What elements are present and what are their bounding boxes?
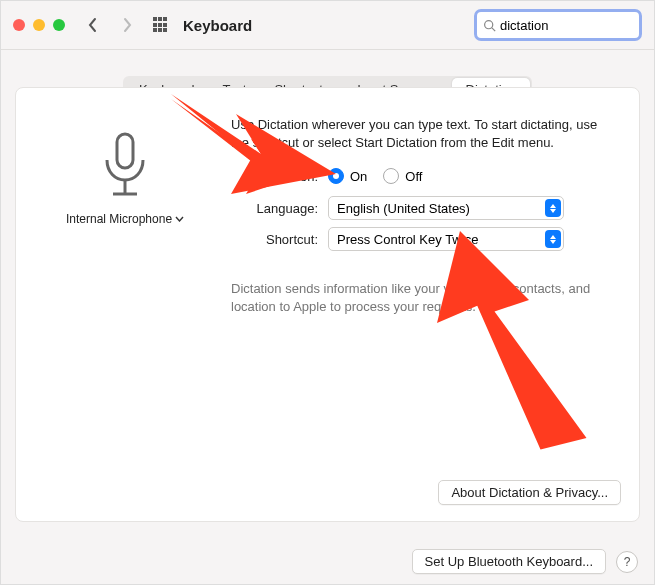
minimize-window-button[interactable] [33, 19, 45, 31]
svg-marker-6 [171, 94, 336, 194]
setup-bluetooth-button[interactable]: Set Up Bluetooth Keyboard... [412, 549, 606, 574]
close-window-button[interactable] [13, 19, 25, 31]
help-button[interactable]: ? [616, 551, 638, 573]
language-select[interactable]: English (United States) [328, 196, 564, 220]
radio-unchecked-icon [383, 168, 399, 184]
svg-line-1 [492, 27, 495, 30]
about-dictation-button[interactable]: About Dictation & Privacy... [438, 480, 621, 505]
annotation-arrow-2 [391, 231, 621, 461]
grid-icon [153, 17, 169, 33]
search-input[interactable] [496, 18, 655, 33]
svg-marker-7 [437, 231, 587, 450]
radio-on-label: On [350, 169, 367, 184]
shortcut-label: Shortcut: [16, 232, 328, 247]
about-row: About Dictation & Privacy... [438, 480, 621, 505]
forward-button[interactable] [117, 15, 137, 35]
show-all-button[interactable] [151, 15, 171, 35]
nav-controls [83, 15, 171, 35]
svg-point-0 [485, 20, 493, 28]
zoom-window-button[interactable] [53, 19, 65, 31]
radio-off-label: Off [405, 169, 422, 184]
bottom-bar: Set Up Bluetooth Keyboard... ? [412, 549, 638, 574]
titlebar: Keyboard [1, 1, 654, 50]
dictation-off-radio[interactable]: Off [383, 168, 422, 184]
back-button[interactable] [83, 15, 103, 35]
search-field[interactable] [474, 9, 642, 41]
annotation-arrow-1 [151, 79, 351, 229]
language-value: English (United States) [337, 201, 470, 216]
search-icon [483, 19, 496, 32]
window-controls [13, 19, 65, 31]
window-title: Keyboard [183, 17, 252, 34]
updown-arrows-icon [545, 199, 561, 217]
svg-rect-2 [117, 134, 133, 168]
